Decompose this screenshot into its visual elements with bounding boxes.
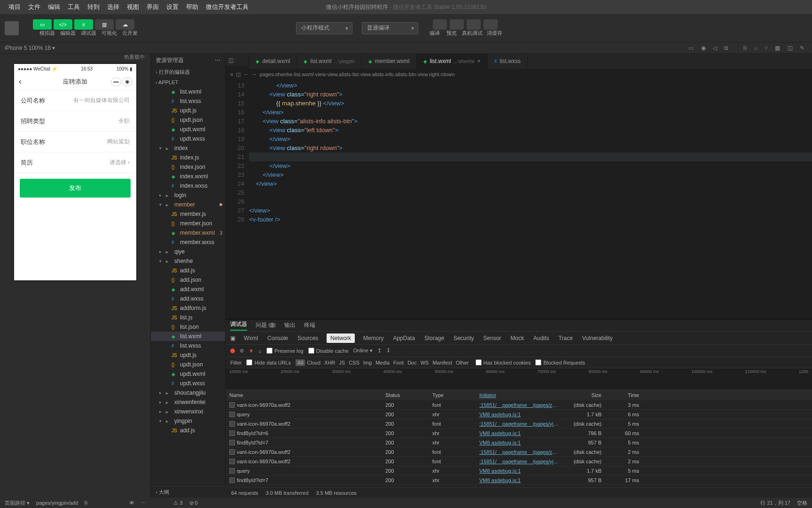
breadcrumb-item[interactable]: view.right.rdown — [418, 71, 455, 77]
menu-item[interactable]: 选择 — [103, 3, 123, 10]
file-item[interactable]: #updt.wxss — [151, 379, 225, 388]
column-header[interactable]: Name — [226, 392, 385, 398]
page-path-label[interactable]: 页面路径 ▾ — [5, 500, 30, 507]
close-icon[interactable]: ◉ — [122, 78, 133, 86]
throttle-dropdown[interactable]: Online ▾ — [353, 348, 373, 354]
network-row[interactable]: findById?id=7200xhrVM8 asdebug.js:1957 B… — [226, 476, 812, 485]
network-row[interactable]: vant-icon-96970a.woff2200font:15851/__pa… — [226, 447, 812, 457]
inspect-icon[interactable]: ▣ — [230, 335, 235, 341]
file-item[interactable]: JSadd.js — [151, 426, 225, 435]
filter-pill[interactable]: Doc — [406, 359, 419, 366]
open-editors-section[interactable]: › 打开的编辑器 — [151, 67, 225, 78]
publish-button[interactable]: 发布 — [20, 179, 131, 198]
record-icon[interactable] — [230, 349, 235, 353]
filter-pill[interactable]: CSS — [347, 359, 361, 366]
file-item[interactable]: {}add.json — [151, 275, 225, 285]
breadcrumb[interactable]: ≡ ◫ ← → pages›shenhe›list.wxml›view›view… — [226, 69, 812, 80]
folder-item[interactable]: ▸▸xinwenfenlei — [151, 397, 225, 407]
compile-icon[interactable] — [433, 19, 447, 30]
mode-dropdown[interactable]: 小程序模式 — [296, 22, 352, 34]
menu-icon[interactable]: ••• — [111, 78, 121, 86]
clear-cache-icon[interactable] — [484, 19, 498, 30]
close-icon[interactable]: × — [477, 58, 481, 64]
menu-item[interactable]: 微信开发者工具 — [202, 3, 252, 10]
copy-icon[interactable]: ⎘ — [85, 500, 88, 506]
clear-icon[interactable]: ⊘ — [240, 348, 244, 354]
editor-tab[interactable]: ◆list.wxml...\shenhe× — [417, 54, 488, 69]
network-row[interactable]: findById?id=7200xhrVM8 asdebug.js:1957 B… — [226, 438, 812, 447]
devtools-tab[interactable]: 输出 — [284, 321, 296, 329]
file-item[interactable]: ◆list.wxml — [151, 332, 225, 341]
file-item[interactable]: JSadd.js — [151, 266, 225, 275]
file-item[interactable]: {}index.json — [151, 162, 225, 172]
breadcrumb-item[interactable]: pages — [259, 71, 273, 77]
filter-pill[interactable]: All — [296, 359, 305, 366]
form-row[interactable]: 简历请选择 › — [14, 152, 136, 173]
file-item[interactable]: ◆add.wxml — [151, 285, 225, 294]
editor-toggle[interactable]: </> — [54, 19, 72, 30]
devtools-tab[interactable]: 调试器 — [230, 320, 247, 331]
file-item[interactable]: JSupdt.js — [151, 350, 225, 360]
devtools-panel-tab[interactable]: Security — [453, 335, 475, 341]
file-item[interactable]: ◆member.wxml3 — [151, 228, 225, 238]
outline-section[interactable]: › 大纲 — [151, 486, 226, 498]
devtools-panel-tab[interactable]: Wxml — [243, 335, 259, 341]
column-header[interactable]: Status — [385, 392, 432, 398]
file-item[interactable]: {}member.json — [151, 219, 225, 228]
column-header[interactable]: Type — [432, 392, 479, 398]
folder-item[interactable]: ▸▸shoucangjilu — [151, 388, 225, 397]
file-item[interactable]: #member.wxss — [151, 238, 225, 247]
filter-pill[interactable]: Manifest — [430, 359, 454, 366]
more-icon[interactable]: ⋯ — [215, 57, 220, 64]
search-icon[interactable]: ⌕ — [258, 348, 262, 354]
filter-pill[interactable]: Other — [454, 359, 471, 366]
file-item[interactable]: ◆list.wxml — [151, 87, 225, 96]
breadcrumb-item[interactable]: list.wxml — [294, 71, 314, 77]
file-item[interactable]: #list.wxss — [151, 96, 225, 106]
network-row[interactable]: vant-icon-96970a.woff2200font:15851/__pa… — [226, 419, 812, 429]
filter-pill[interactable]: Img — [361, 359, 374, 366]
blocked-requests-checkbox[interactable]: Blocked Requests — [535, 359, 585, 365]
files-icon[interactable]: ⎘ — [743, 45, 747, 51]
network-table[interactable]: NameStatusTypeInitiatorSizeTime vant-ico… — [226, 390, 812, 487]
menu-item[interactable]: 设置 — [163, 3, 182, 10]
folder-item[interactable]: ▾▸shenhe — [151, 256, 225, 266]
network-row[interactable]: vant-icon-96970a.woff2200font:15851/__pa… — [226, 400, 812, 410]
devtools-tab[interactable]: 终端 — [304, 321, 315, 329]
nav-fwd-icon[interactable]: → — [251, 71, 257, 77]
devtools-panel-tab[interactable]: Sources — [297, 335, 319, 341]
devtools-panel-tab[interactable]: Mock — [510, 335, 525, 341]
devtools-panel-tab[interactable]: Audits — [532, 335, 550, 341]
warnings[interactable]: ⚠ 3 — [173, 500, 182, 506]
file-item[interactable]: #index.wxss — [151, 181, 225, 190]
remote-debug-icon[interactable] — [467, 19, 481, 30]
cloud-toggle[interactable]: ☁ — [116, 19, 134, 30]
nav-back-icon[interactable]: ← — [243, 71, 249, 77]
file-item[interactable]: ◆updt.wxml — [151, 125, 225, 134]
git-icon[interactable]: ⑂ — [765, 45, 768, 51]
file-item[interactable]: ◆updt.wxml — [151, 369, 225, 379]
split-icon[interactable]: ◫ — [228, 57, 234, 64]
bookmark-icon[interactable]: ◫ — [788, 45, 793, 51]
network-row[interactable]: query200xhrVM8 asdebug.js:11.7 kB6 ms — [226, 410, 812, 419]
folder-item[interactable]: ▾▸index — [151, 143, 225, 153]
file-item[interactable]: JSmember.js — [151, 209, 225, 219]
file-item[interactable]: JSindex.js — [151, 153, 225, 162]
devtools-panel-tab[interactable]: Storage — [423, 335, 445, 341]
devtools-panel-tab[interactable]: Trace — [558, 335, 574, 341]
file-item[interactable]: JSupdt.js — [151, 106, 225, 115]
devtools-panel-tab[interactable]: Sensor — [483, 335, 502, 341]
visual-toggle[interactable]: ▥ — [95, 19, 114, 30]
menu-item[interactable]: 视图 — [123, 3, 143, 10]
filter-pill[interactable]: Font — [391, 359, 406, 366]
devtools-panel-tab[interactable]: Memory — [362, 335, 384, 341]
bookmark-icon[interactable]: ◫ — [236, 71, 241, 78]
editor-tab[interactable]: ◆list.wxml...\yingpin — [297, 54, 361, 69]
hide-data-urls-checkbox[interactable]: Hide data URLs — [246, 359, 291, 365]
devtools-panel-tab[interactable]: Network — [327, 333, 355, 343]
file-item[interactable]: {}list.json — [151, 322, 225, 332]
disable-cache-checkbox[interactable]: Disable cache — [308, 348, 349, 354]
debugger-toggle[interactable]: ≡ — [74, 19, 93, 30]
code-editor[interactable]: 13141516171819202122232425262728 </view>… — [226, 80, 812, 319]
devtools-tab[interactable]: 问题 3 — [256, 321, 276, 329]
